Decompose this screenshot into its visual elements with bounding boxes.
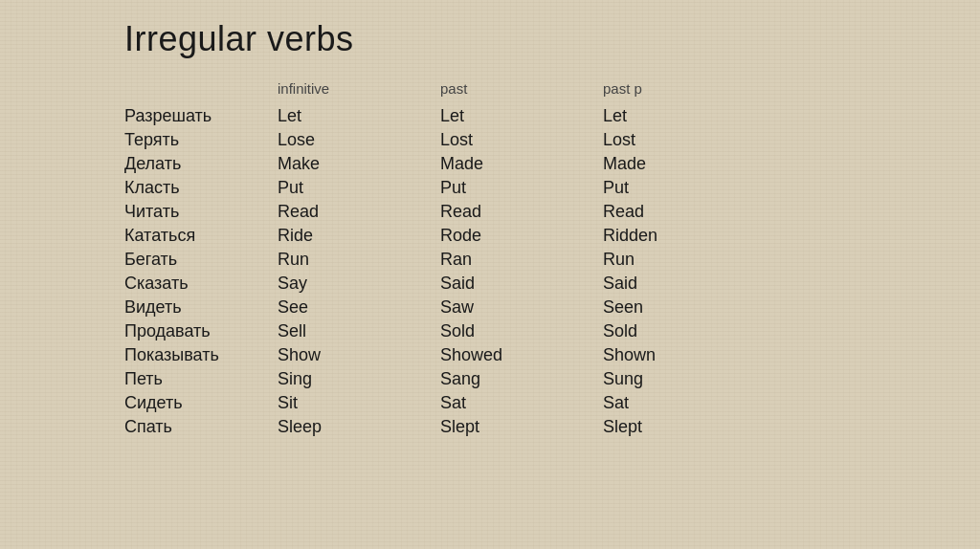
cell-russian: Показывать [124, 345, 278, 365]
cell-past: Let [440, 106, 603, 126]
table-row: ПетьSingSangSung [124, 369, 856, 389]
cell-past: Slept [440, 417, 603, 437]
cell-infinitive: Let [278, 106, 440, 126]
table-row: ЧитатьReadReadRead [124, 202, 856, 222]
cell-past: Showed [440, 345, 603, 365]
cell-russian: Класть [124, 178, 278, 198]
table-header-row: infinitive past past p [124, 80, 856, 97]
table-row: ТерятьLoseLostLost [124, 130, 856, 150]
cell-russian: Бегать [124, 250, 278, 270]
cell-past-p: Put [603, 178, 766, 198]
table-row: СпатьSleepSleptSlept [124, 417, 856, 437]
cell-infinitive: Run [278, 250, 440, 270]
cell-infinitive: Sit [278, 393, 440, 413]
cell-past: Saw [440, 297, 603, 318]
cell-infinitive: Say [278, 274, 440, 294]
table-row: ПоказыватьShowShowedShown [124, 345, 856, 365]
cell-past: Sold [440, 321, 603, 341]
cell-russian: Терять [124, 130, 278, 150]
table-row: КататьсяRideRodeRidden [124, 226, 856, 246]
cell-past: Put [440, 178, 603, 198]
cell-past: Made [440, 154, 603, 174]
cell-past-p: Said [603, 274, 766, 294]
cell-infinitive: Show [278, 345, 440, 365]
cell-infinitive: Sing [278, 369, 440, 389]
cell-past-p: Run [603, 250, 766, 270]
cell-infinitive: Sleep [278, 417, 440, 437]
cell-russian: Делать [124, 154, 278, 174]
table-row: ДелатьMakeMadeMade [124, 154, 856, 174]
cell-past-p: Sung [603, 369, 766, 389]
cell-past: Sang [440, 369, 603, 389]
cell-infinitive: See [278, 297, 440, 318]
cell-russian: Читать [124, 202, 278, 222]
table-row: СказатьSaySaidSaid [124, 274, 856, 294]
table-row: СидетьSitSatSat [124, 393, 856, 413]
cell-infinitive: Make [278, 154, 440, 174]
cell-past: Read [440, 202, 603, 222]
cell-past-p: Let [603, 106, 766, 126]
table-row: БегатьRunRanRun [124, 250, 856, 270]
cell-russian: Сидеть [124, 393, 278, 413]
cell-past: Sat [440, 393, 603, 413]
cell-russian: Кататься [124, 226, 278, 246]
verb-table: infinitive past past p РазрешатьLetLetLe… [124, 80, 856, 437]
cell-past-p: Read [603, 202, 766, 222]
cell-russian: Петь [124, 369, 278, 389]
cell-russian: Продавать [124, 321, 278, 341]
cell-past-p: Sat [603, 393, 766, 413]
cell-russian: Спать [124, 417, 278, 437]
header-infinitive: infinitive [278, 80, 440, 97]
header-past-p: past p [603, 80, 766, 97]
cell-infinitive: Read [278, 202, 440, 222]
cell-past: Lost [440, 130, 603, 150]
table-row: ВидетьSeeSawSeen [124, 297, 856, 318]
cell-infinitive: Sell [278, 321, 440, 341]
table-row: КластьPutPutPut [124, 178, 856, 198]
cell-past: Rode [440, 226, 603, 246]
page-container: Irregular verbs infinitive past past p Р… [0, 0, 980, 460]
cell-past: Said [440, 274, 603, 294]
cell-past-p: Made [603, 154, 766, 174]
cell-past-p: Ridden [603, 226, 766, 246]
table-row: РазрешатьLetLetLet [124, 106, 856, 126]
cell-past: Ran [440, 250, 603, 270]
cell-russian: Видеть [124, 297, 278, 318]
cell-past-p: Sold [603, 321, 766, 341]
cell-past-p: Slept [603, 417, 766, 437]
cell-infinitive: Ride [278, 226, 440, 246]
cell-infinitive: Lose [278, 130, 440, 150]
table-body: РазрешатьLetLetLetТерятьLoseLostLostДела… [124, 106, 856, 437]
cell-past-p: Lost [603, 130, 766, 150]
cell-russian: Сказать [124, 274, 278, 294]
cell-infinitive: Put [278, 178, 440, 198]
header-past: past [440, 80, 603, 97]
table-row: ПродаватьSellSoldSold [124, 321, 856, 341]
cell-past-p: Shown [603, 345, 766, 365]
cell-russian: Разрешать [124, 106, 278, 126]
cell-past-p: Seen [603, 297, 766, 318]
page-title: Irregular verbs [124, 19, 856, 59]
